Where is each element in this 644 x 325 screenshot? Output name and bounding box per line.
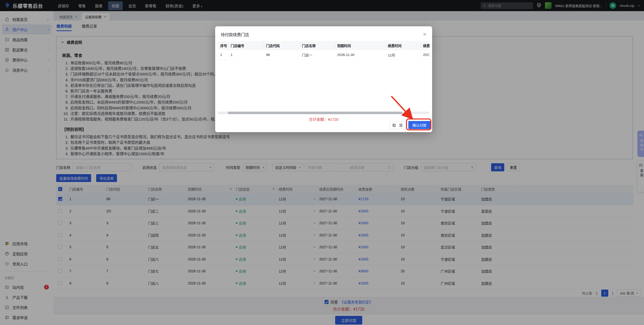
modal-column-续费时间: 续费时间: [385, 41, 420, 50]
modal-cell: 1: [218, 53, 228, 57]
app-screen: 乐檬零售后台 进销存零售报表档案会员新零售财务(资金)更多▾ ⚲ 99661-新…: [0, 0, 644, 325]
modal-column-门店名称: 门店名称: [299, 41, 335, 50]
confirm-payment-button[interactable]: 确认付款: [408, 121, 431, 129]
modal-table-row: 1198门店一2026-11-3012月2027-11-30: [218, 50, 430, 60]
modal-column-序号: 序号: [218, 41, 228, 50]
cancel-button[interactable]: 取 消: [390, 121, 405, 129]
modal-cell: 12月: [385, 52, 420, 57]
close-icon[interactable]: ✕: [423, 32, 427, 37]
modal-h-scrollbar[interactable]: [218, 112, 430, 114]
modal-cell: 1: [228, 53, 264, 57]
scrollbar-thumb[interactable]: [228, 112, 402, 114]
modal-table-header: 序号门店编号门店代码门店名称到期时间续费时间续费后到期时间: [218, 41, 430, 50]
modal-column-到期时间: 到期时间: [335, 41, 385, 50]
pending-payment-modal: 待付款续费门店 ✕ 序号门店编号门店代码门店名称到期时间续费时间续费后到期时间 …: [215, 26, 432, 132]
modal-column-续费后到期时间: 续费后到期时间: [420, 41, 430, 50]
modal-cell: 2027-11-30: [420, 53, 430, 57]
modal-cell: 门店一: [299, 52, 335, 57]
modal-cell: 2026-11-30: [335, 53, 385, 57]
modal-column-门店编号: 门店编号: [228, 41, 264, 50]
modal-title: 待付款续费门店: [221, 31, 249, 37]
modal-column-门店代码: 门店代码: [264, 41, 299, 50]
modal-cell: 98: [264, 53, 299, 57]
